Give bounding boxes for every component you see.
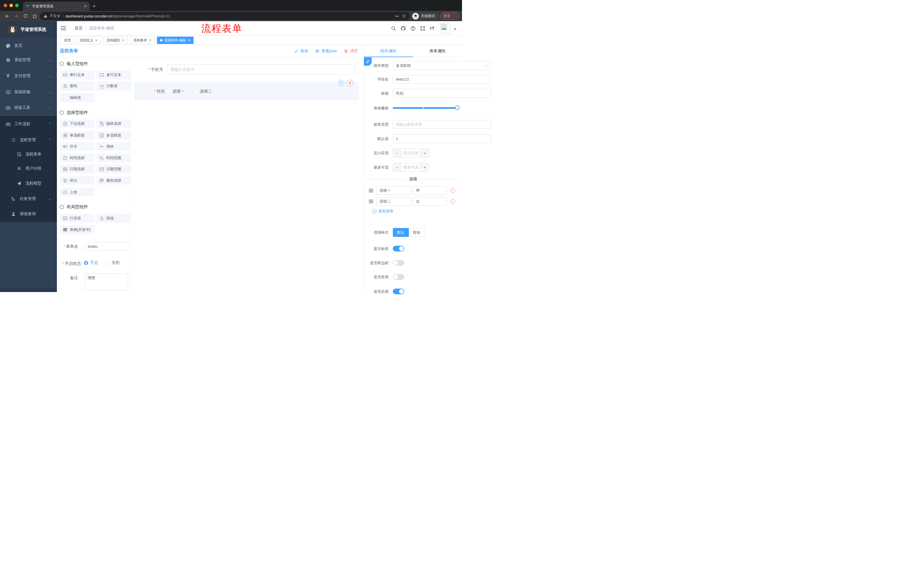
window-zoom-button[interactable] — [15, 4, 18, 7]
gender-option1-checkbox[interactable]: 选项一 — [166, 89, 185, 94]
tab-close-icon[interactable]: ✕ — [84, 4, 87, 8]
view-json-button[interactable]: 查看json — [315, 49, 337, 54]
component-editor[interactable]: 编辑器 — [60, 93, 94, 102]
component-switch[interactable]: 开关 — [60, 142, 94, 151]
tag-home[interactable]: 首页 — [61, 36, 74, 44]
sidebar-item-home[interactable]: 首页 — [0, 38, 57, 54]
bookmark-star-icon[interactable] — [402, 14, 406, 18]
decrease-button[interactable]: − — [393, 149, 401, 157]
close-icon[interactable]: ✕ — [148, 39, 152, 42]
component-button[interactable]: 按钮 — [97, 214, 131, 222]
browser-tab[interactable]: 芋道管理系统 ✕ — [23, 2, 90, 11]
tab-form-props[interactable]: 表单属性 — [413, 45, 462, 57]
component-slider[interactable]: 滑块 — [97, 142, 131, 151]
new-tab-button[interactable]: + — [92, 3, 96, 9]
component-row-container[interactable]: 行容器 — [60, 214, 94, 222]
sidebar-item-workflow[interactable]: 工作流程 ⌃ — [0, 116, 57, 132]
tag-process-form-edit[interactable]: 流程表单-编辑✕ — [157, 36, 193, 44]
app-logo[interactable]: 芋道管理系统 — [0, 21, 57, 38]
back-icon[interactable] — [3, 12, 11, 20]
tag-process-model[interactable]: 流程模型✕ — [103, 36, 128, 44]
remove-option-icon[interactable]: − — [450, 188, 455, 193]
forward-icon[interactable] — [13, 12, 20, 20]
window-minimize-button[interactable] — [10, 4, 13, 7]
help-icon[interactable] — [410, 26, 416, 31]
title-input[interactable] — [393, 89, 462, 98]
form-remark-textarea[interactable]: 嘿嘿 — [85, 273, 128, 291]
default-value-input[interactable] — [393, 134, 462, 143]
sidebar-item-system[interactable]: 系统管理 ⌄ — [0, 52, 57, 68]
component-color-picker[interactable]: 颜色选择 — [97, 176, 131, 184]
component-table-dev[interactable]: 表格[开发中] — [60, 225, 94, 234]
sidebar-item-dev-tools[interactable]: 研发工具 ⌄ — [0, 100, 57, 116]
avatar-caret-icon[interactable]: ▾ — [454, 28, 456, 31]
search-icon[interactable] — [391, 26, 396, 31]
close-icon[interactable]: ✕ — [95, 39, 98, 42]
add-option-button[interactable]: + 添加选项 — [372, 209, 393, 214]
form-name-input[interactable] — [85, 242, 128, 250]
disabled-switch[interactable] — [393, 274, 404, 280]
url-text[interactable]: dashboard.yudao.iocoder.cn/bpm/manager/f… — [66, 14, 393, 18]
sidebar-item-process-model[interactable]: 流程模型 — [0, 176, 57, 191]
tab-component-props[interactable]: 组件属性 — [364, 45, 413, 57]
sidebar-item-user-groups[interactable]: 用户分组 — [0, 161, 57, 176]
clear-button[interactable]: 清空 — [344, 49, 358, 54]
home-icon[interactable] — [31, 12, 38, 20]
fullscreen-icon[interactable] — [420, 26, 426, 31]
design-canvas[interactable]: 手机号 性别 选项一 选项二 — [131, 57, 364, 292]
sidebar-item-process-management[interactable]: 流程管理 ⌃ — [0, 132, 57, 148]
breadcrumb-home[interactable]: 首页 — [74, 26, 82, 31]
duplicate-component-button[interactable] — [338, 80, 344, 86]
reload-icon[interactable] — [22, 12, 29, 20]
checkbox-box[interactable] — [166, 89, 170, 94]
sidebar-item-payment[interactable]: ¥ 支付管理 ⌄ — [0, 68, 57, 84]
option2-value-input[interactable] — [413, 197, 447, 206]
with-border-switch[interactable] — [393, 260, 404, 266]
min-value[interactable]: 至少应选 — [401, 149, 421, 157]
component-upload[interactable]: 上传 — [60, 188, 94, 196]
increase-button[interactable]: + — [421, 149, 429, 157]
component-password[interactable]: 密码 — [60, 81, 94, 90]
phone-field-input[interactable] — [167, 64, 355, 74]
url-bar[interactable]: 不安全 dashboard.yudao.iocoder.cn/bpm/manag… — [40, 12, 410, 20]
tag-process-form[interactable]: 流程表单✕ — [130, 36, 155, 44]
drag-handle-icon[interactable] — [368, 188, 374, 193]
component-multiline-text[interactable]: 多行文本 — [97, 70, 131, 79]
decrease-button[interactable]: − — [393, 163, 401, 171]
component-date-range[interactable]: 日期范围 — [97, 165, 131, 173]
github-icon[interactable] — [401, 26, 406, 31]
tag-process-definition[interactable]: 流程定义✕ — [76, 36, 101, 44]
sidebar-item-leave-query[interactable]: 请假查询 — [0, 206, 57, 222]
drag-handle-icon[interactable] — [368, 199, 374, 204]
delete-component-button[interactable] — [347, 80, 353, 86]
max-value[interactable]: 最多可选 — [401, 163, 421, 171]
status-on-radio[interactable]: 开启 — [84, 260, 98, 265]
checkbox-box[interactable] — [193, 89, 198, 94]
option1-value-input[interactable] — [413, 186, 447, 195]
grid-slider[interactable] — [393, 107, 457, 109]
close-icon[interactable]: ✕ — [122, 39, 125, 42]
component-checkbox-group[interactable]: 多选框组 — [97, 131, 131, 140]
style-default-button[interactable]: 默认 — [393, 228, 409, 237]
window-close-button[interactable] — [4, 4, 7, 7]
gender-option2-checkbox[interactable]: 选项二 — [193, 89, 212, 94]
slider-handle[interactable] — [455, 105, 459, 110]
selected-component-gender[interactable]: 性别 选项一 选项二 — [134, 82, 359, 100]
save-button[interactable]: 保存 — [294, 49, 308, 54]
component-cascader[interactable]: 级联选择 — [97, 119, 131, 128]
component-single-line-text[interactable]: 单行文本 — [60, 70, 94, 79]
font-size-icon[interactable]: ᴛT — [430, 26, 435, 31]
field-name-input[interactable] — [393, 75, 462, 84]
remove-option-icon[interactable]: − — [450, 199, 455, 204]
component-time-range[interactable]: 时间范围 — [97, 154, 131, 162]
sidebar-collapse-icon[interactable] — [61, 25, 66, 31]
status-off-radio[interactable]: 关闭 — [106, 260, 119, 265]
component-time-picker[interactable]: 时间选择 — [60, 154, 94, 162]
passwords-key-icon[interactable] — [394, 14, 399, 18]
increase-button[interactable]: + — [421, 163, 429, 171]
component-rate[interactable]: 评分 — [60, 176, 94, 184]
avatar[interactable] — [440, 23, 450, 33]
component-select[interactable]: 下拉选择 — [60, 119, 94, 128]
required-switch[interactable] — [393, 289, 404, 292]
sidebar-item-process-form[interactable]: 流程表单 — [0, 147, 57, 161]
